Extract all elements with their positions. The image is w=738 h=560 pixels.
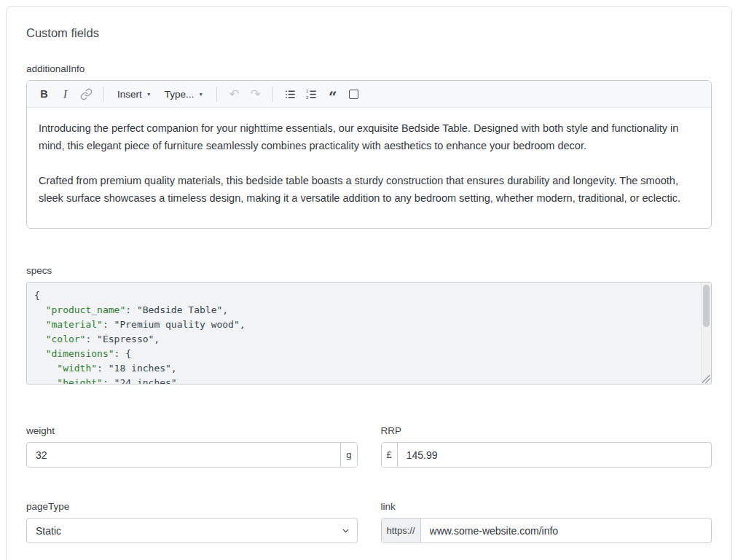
rte-toolbar: B I Insert ▼ Type... ▼ ↶ ↷ 12 — [27, 81, 711, 108]
link-input[interactable] — [421, 518, 711, 543]
italic-button[interactable]: I — [55, 84, 75, 104]
square-icon — [349, 90, 358, 99]
code-rest: : "Premium quality wood", — [103, 319, 246, 330]
rrp-field: RRP £ — [381, 425, 713, 468]
code-line: "height": "24 inches", — [34, 376, 692, 384]
rrp-input[interactable] — [398, 443, 711, 467]
type-dropdown[interactable]: Type... ▼ — [159, 84, 209, 104]
code-line: "material": "Premium quality wood", — [34, 318, 692, 332]
code-key: "height" — [57, 377, 103, 384]
code-line: "width": "18 inches", — [34, 361, 692, 376]
code-prefix — [34, 334, 46, 344]
bold-button[interactable]: B — [34, 84, 54, 104]
code-rest: : "18 inches", — [97, 363, 177, 374]
weight-field: weight g — [26, 425, 358, 468]
weight-label: weight — [26, 425, 358, 436]
additionalinfo-label: additionalInfo — [26, 63, 712, 74]
code-rest: : "Bedside Table", — [125, 304, 228, 315]
code-prefix — [34, 348, 46, 359]
ordered-list-button[interactable]: 12 — [302, 84, 321, 104]
paragraph: Crafted from premium quality materials, … — [39, 172, 699, 207]
code-rest: : "Espresso", — [85, 334, 160, 344]
code-rest: : "24 inches", — [103, 377, 183, 384]
redo-icon: ↷ — [251, 87, 261, 102]
chevron-down-icon: ▼ — [146, 92, 152, 97]
link-button[interactable] — [76, 84, 96, 104]
code-line: "color": "Espresso", — [34, 332, 692, 347]
link-input-group: https:// — [381, 518, 713, 543]
image-button[interactable] — [344, 84, 364, 104]
bullet-list-icon — [284, 88, 297, 100]
pagetype-select[interactable]: Static — [26, 518, 358, 543]
toolbar-divider — [103, 87, 104, 102]
code-key: "product_name" — [46, 304, 126, 315]
blockquote-button[interactable]: “ — [323, 84, 342, 104]
weight-input[interactable] — [27, 443, 340, 467]
resize-grip-icon[interactable] — [702, 375, 710, 383]
type-dropdown-label: Type... — [165, 89, 195, 100]
chevron-down-icon: ▼ — [198, 92, 203, 97]
code-rest: : { — [114, 348, 131, 359]
scrollbar[interactable] — [701, 283, 711, 384]
insert-dropdown-label: Insert — [117, 89, 142, 100]
code-rest: { — [34, 290, 40, 301]
scrollbar-thumb[interactable] — [703, 285, 710, 327]
specs-label: specs — [26, 265, 712, 276]
code-prefix — [34, 363, 57, 374]
code-key: "color" — [46, 334, 86, 344]
toolbar-divider — [272, 87, 273, 102]
code-key: "material" — [46, 319, 103, 330]
rrp-input-group: £ — [381, 442, 713, 468]
pagetype-select-wrap: Static — [26, 518, 358, 543]
undo-button[interactable]: ↶ — [224, 84, 244, 104]
currency-addon: £ — [382, 443, 398, 467]
code-key: "dimensions" — [46, 348, 114, 359]
ordered-list-icon: 12 — [305, 88, 318, 100]
svg-text:1: 1 — [306, 89, 309, 93]
additionalinfo-editor: B I Insert ▼ Type... ▼ ↶ ↷ 12 — [26, 80, 712, 229]
undo-icon: ↶ — [229, 87, 240, 102]
toolbar-divider — [216, 87, 217, 102]
link-field: link https:// — [381, 501, 713, 543]
redo-button[interactable]: ↷ — [246, 84, 265, 104]
protocol-addon: https:// — [382, 518, 421, 543]
code-line: "product_name": "Bedside Table", — [34, 303, 692, 318]
code-key: "width" — [57, 363, 97, 374]
page-title: Custom fields — [26, 26, 712, 40]
code-prefix — [34, 304, 46, 315]
link-label: link — [381, 501, 713, 512]
rrp-label: RRP — [381, 425, 713, 436]
blockquote-icon: “ — [329, 93, 337, 100]
rte-content[interactable]: Introducing the perfect companion for yo… — [27, 108, 711, 228]
weight-input-group: g — [26, 442, 358, 468]
paragraph: Introducing the perfect companion for yo… — [39, 119, 699, 154]
specs-textarea[interactable]: { "product_name": "Bedside Table", "mate… — [26, 282, 712, 384]
code-prefix — [34, 319, 46, 330]
field-grid: weight g RRP £ pageType Static — [26, 425, 712, 543]
weight-unit-addon: g — [340, 443, 356, 467]
code-prefix — [34, 377, 57, 384]
insert-dropdown[interactable]: Insert ▼ — [111, 84, 157, 104]
pagetype-label: pageType — [26, 501, 358, 512]
bullet-list-button[interactable] — [280, 84, 300, 104]
link-icon — [80, 88, 93, 100]
custom-fields-panel: Custom fields additionalInfo B I Insert … — [6, 6, 732, 560]
svg-text:2: 2 — [306, 95, 309, 99]
pagetype-field: pageType Static — [26, 501, 358, 543]
code-line: "dimensions": { — [34, 347, 692, 361]
code-line: { — [34, 288, 692, 303]
